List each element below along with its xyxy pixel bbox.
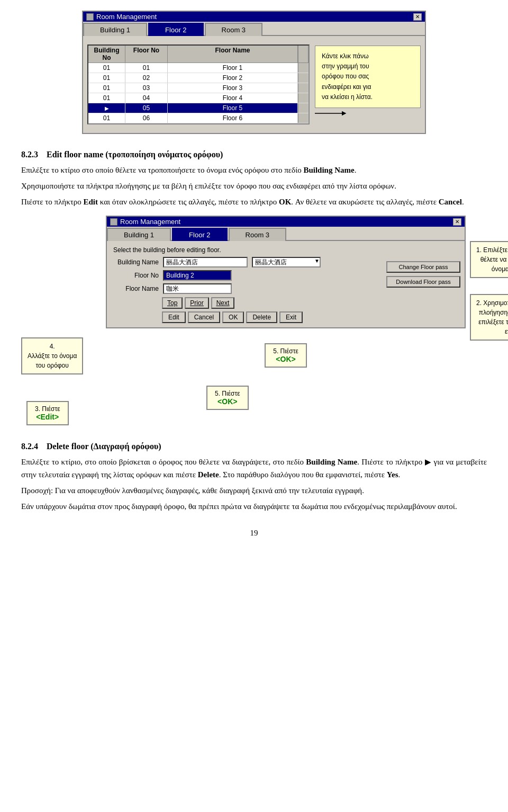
cell-fno: 06: [125, 113, 168, 123]
section-824: 8.2.4 Delete floor (Διαγραφή ορόφου) Επι…: [21, 442, 487, 513]
floor-no-row: Floor No: [111, 270, 382, 281]
annot1-box: 1. Επιλέξτε το κτίριο στο οποίο θέλετε ν…: [470, 241, 508, 278]
cell-fname: Floor 4: [168, 93, 298, 103]
cell-fname: Floor 3: [168, 83, 298, 93]
window1-title: Room Management: [96, 13, 157, 21]
cancel-button[interactable]: Cancel: [188, 311, 220, 323]
section-824-para1: Επιλέξτε το κτίριο, στο οποίο βρίσκεται …: [21, 456, 487, 481]
edit-button[interactable]: Edit: [162, 311, 186, 323]
row-arrow: ▶: [88, 103, 125, 113]
annot5-box: 5. Πιέστε <OK>: [206, 386, 249, 410]
w2-tab-building1[interactable]: Building 1: [107, 228, 171, 241]
scrollbar-cell: [298, 73, 309, 83]
cell-bno: 01: [88, 73, 125, 83]
cell-fname: Floor 5: [168, 103, 298, 113]
exit-button[interactable]: Exit: [279, 311, 303, 323]
scrollbar-cell: [298, 83, 309, 93]
window2-section: 4. Αλλάξτε το όνομα του ορόφου 3. Πιέστε…: [21, 216, 487, 368]
grid-row[interactable]: 01 06 Floor 6: [88, 113, 309, 123]
scrollbar-cell: [298, 93, 309, 103]
annot5-standalone: 5. Πιέστε <OK>: [265, 343, 307, 368]
section-823-para1: Επιλέξτε το κτίριο στο οποίο θέλετε να τ…: [21, 164, 487, 176]
cell-fname: Floor 1: [168, 63, 298, 73]
window2-close-button[interactable]: ✕: [453, 218, 461, 226]
cell-fno: 05: [125, 103, 168, 113]
tab-room3[interactable]: Room 3: [205, 23, 263, 36]
annot2-box: 2. Χρησιμοποιήστε τα πλήκτρα πλοήγησης μ…: [470, 294, 508, 341]
ok-button[interactable]: OK: [222, 311, 244, 323]
download-floor-pass-button[interactable]: Download Floor pass: [386, 276, 460, 288]
grid-row[interactable]: 01 03 Floor 3: [88, 83, 309, 93]
cell-bno: 01: [88, 63, 125, 73]
grid-row[interactable]: 01 02 Floor 2: [88, 73, 309, 83]
window2-icon: [110, 218, 117, 226]
building-dropdown[interactable]: [252, 257, 321, 267]
tab-floor2[interactable]: Floor 2: [148, 23, 203, 36]
cell-bno: 01: [88, 83, 125, 93]
floor-grid: Building No Floor No Floor Name 01 01 Fl…: [87, 44, 310, 124]
annot3-box: 3. Πιέστε <Edit>: [26, 401, 69, 425]
next-button[interactable]: Next: [211, 297, 235, 309]
building-name-label: Building Name: [111, 258, 159, 266]
cell-fno: 03: [125, 83, 168, 93]
floor-name-label: Floor Name: [111, 285, 159, 292]
callout-arrow: [315, 108, 347, 119]
cell-fname: Floor 6: [168, 113, 298, 123]
floor-no-label: Floor No: [111, 272, 159, 279]
callout-balloon: Κάντε κλικ πάνω στην γραμμή του ορόφου π…: [315, 46, 421, 108]
col-building-no: Building No: [88, 46, 125, 63]
annot3-container: 3. Πιέστε <Edit>: [26, 401, 69, 425]
dropdown-arrow: ▼: [314, 258, 320, 264]
section-824-para3: Εάν υπάρχουν δωμάτια στον προς διαγραφή …: [21, 500, 487, 513]
action-button-row: Edit Cancel OK Delete Exit: [162, 311, 382, 323]
change-floor-pass-button[interactable]: Change Floor pass: [386, 261, 460, 273]
section-823-para3: Πιέστε το πλήκτρο Edit και όταν ολοκληρώ…: [21, 195, 487, 208]
page-number: 19: [21, 529, 487, 538]
annot2-container: 2. Χρησιμοποιήστε τα πλήκτρα πλοήγησης μ…: [470, 294, 508, 341]
window1-titlebar: Room Management: [86, 13, 157, 21]
cell-bno: 01: [88, 113, 125, 123]
section-824-para2: Προσοχή: Για να αποφευχθούν λανθασμένες …: [21, 484, 487, 497]
floor-name-input[interactable]: [163, 283, 232, 294]
building-name-row: Building Name ▼: [111, 257, 382, 267]
cell-fno: 02: [125, 73, 168, 83]
top-button[interactable]: Top: [162, 297, 183, 309]
section-823: 8.2.3 Edit floor name (τροποποίηση ονόμα…: [21, 150, 487, 208]
scrollbar-cell: [298, 113, 309, 123]
floor-name-row: Floor Name: [111, 283, 382, 294]
tab-building1[interactable]: Building 1: [83, 23, 147, 36]
section-823-para2: Χρησιμοποιήστε τα πλήκτρα πλοήγησης με τ…: [21, 180, 487, 192]
section-824-heading: 8.2.4 Delete floor (Διαγραφή ορόφου): [21, 442, 487, 451]
select-notice: Select the building before editing floor…: [111, 245, 382, 255]
prior-button[interactable]: Prior: [185, 297, 208, 309]
scrollbar-cell: [298, 63, 309, 73]
annot1-container: 1. Επιλέξτε το κτίριο στο οποίο θέλετε ν…: [470, 241, 508, 278]
grid-row[interactable]: 01 04 Floor 4: [88, 93, 309, 103]
grid-row-selected[interactable]: ▶ 05 Floor 5: [88, 103, 309, 113]
floor-no-input[interactable]: [163, 270, 232, 281]
col-floor-no: Floor No: [125, 46, 168, 63]
nav-button-row: Top Prior Next: [162, 297, 382, 309]
annot4-container: 4. Αλλάξτε το όνομα του ορόφου: [21, 337, 83, 374]
window1-tab-bar: Building 1 Floor 2 Room 3: [83, 22, 425, 36]
delete-button[interactable]: Delete: [246, 311, 277, 323]
cell-fno: 04: [125, 93, 168, 103]
col-floor-name: Floor Name: [168, 46, 298, 63]
annot4-box: 4. Αλλάξτε το όνομα του ορόφου: [21, 337, 83, 374]
scrollbar-header: [298, 46, 309, 63]
annot5-container: 5. Πιέστε <OK>: [206, 380, 249, 410]
scrollbar-cell: [298, 103, 309, 113]
building-name-input[interactable]: [163, 257, 248, 267]
grid-header: Building No Floor No Floor Name: [88, 46, 309, 63]
w2-tab-floor2[interactable]: Floor 2: [172, 228, 227, 241]
window1-icon: [86, 13, 94, 21]
cell-fno: 01: [125, 63, 168, 73]
cell-bno: 01: [88, 93, 125, 103]
window1-close-button[interactable]: ✕: [413, 13, 422, 21]
cell-fname: Floor 2: [168, 73, 298, 83]
w2-tab-room3[interactable]: Room 3: [229, 228, 287, 241]
window2-titlebar: Room Management: [110, 218, 180, 226]
window2-title: Room Management: [120, 218, 180, 226]
grid-row[interactable]: 01 01 Floor 1: [88, 63, 309, 73]
annot5-wrapper: 5. Πιέστε <OK>: [106, 338, 466, 368]
